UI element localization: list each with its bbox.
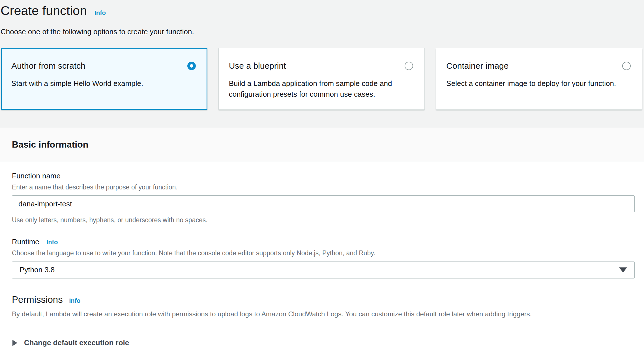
card-head: Use a blueprint: [229, 61, 413, 71]
expander-label: Change default execution role: [24, 338, 129, 347]
function-name-field-group: Function name Enter a name that describe…: [12, 172, 635, 224]
runtime-field-group: Runtime Info Choose the language to use …: [12, 237, 635, 278]
basic-information-header: Basic information: [0, 128, 644, 161]
card-title: Author from scratch: [11, 61, 85, 71]
permissions-info-link[interactable]: Info: [69, 297, 80, 304]
card-description: Build a Lambda application from sample c…: [229, 78, 404, 100]
create-function-info-link[interactable]: Info: [95, 9, 106, 16]
section-title: Basic information: [12, 139, 88, 150]
creation-option-cards: Author from scratch Start with a simple …: [1, 48, 642, 110]
page-header: Create function Info Choose one of the f…: [0, 0, 644, 37]
card-title: Use a blueprint: [229, 61, 286, 71]
card-author-from-scratch[interactable]: Author from scratch Start with a simple …: [1, 48, 207, 110]
runtime-description: Choose the language to use to write your…: [12, 249, 635, 258]
basic-information-panel: Basic information Function name Enter a …: [0, 128, 644, 350]
radio-selected-icon[interactable]: [187, 62, 196, 70]
radio-unselected-icon[interactable]: [405, 62, 413, 70]
function-name-input[interactable]: [12, 195, 635, 212]
create-function-page: Create function Info Choose one of the f…: [0, 0, 644, 350]
function-name-hint: Use only letters, numbers, hyphens, or u…: [12, 216, 635, 224]
radio-unselected-icon[interactable]: [622, 62, 631, 70]
card-use-a-blueprint[interactable]: Use a blueprint Build a Lambda applicati…: [218, 48, 425, 110]
expand-caret-icon: [12, 340, 17, 346]
dropdown-arrow-icon: [619, 267, 627, 273]
runtime-label-row: Runtime Info: [12, 237, 635, 246]
card-head: Container image: [446, 61, 631, 71]
permissions-description: By default, Lambda will create an execut…: [12, 310, 635, 319]
card-head: Author from scratch: [11, 61, 196, 71]
runtime-info-link[interactable]: Info: [46, 239, 58, 246]
basic-information-body: Function name Enter a name that describe…: [0, 161, 644, 319]
card-description: Start with a simple Hello World example.: [11, 78, 187, 89]
runtime-select[interactable]: Python 3.8: [12, 262, 635, 278]
permissions-title: Permissions: [12, 294, 63, 305]
page-subtitle: Choose one of the following options to c…: [1, 27, 644, 37]
card-container-image[interactable]: Container image Select a container image…: [436, 48, 642, 110]
runtime-selected-value: Python 3.8: [20, 265, 55, 274]
permissions-header: Permissions Info: [12, 294, 635, 305]
function-name-description: Enter a name that describes the purpose …: [12, 183, 635, 192]
runtime-label: Runtime: [12, 237, 39, 246]
change-execution-role-expander[interactable]: Change default execution role: [0, 329, 644, 350]
card-description: Select a container image to deploy for y…: [446, 78, 622, 89]
page-title: Create function: [1, 3, 87, 18]
function-name-label: Function name: [12, 172, 635, 180]
card-title: Container image: [446, 61, 508, 71]
